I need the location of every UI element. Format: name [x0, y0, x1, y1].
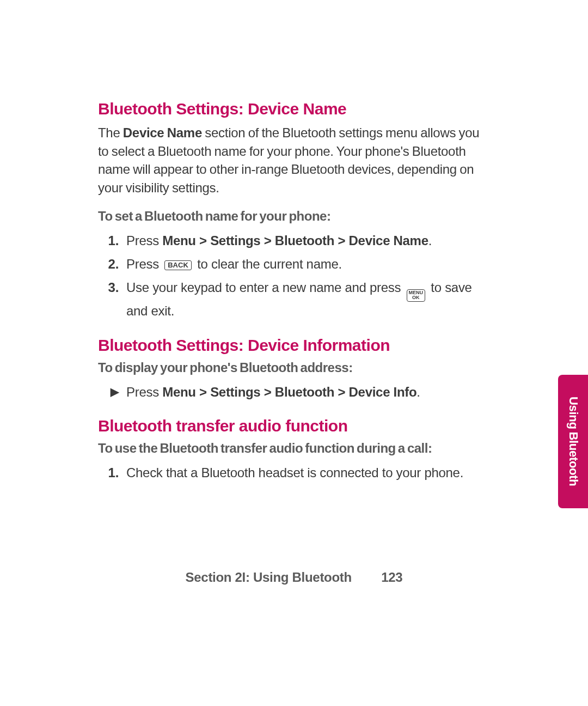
step-2-pre: Press	[126, 257, 162, 271]
steps-display-address: ▶ Press Menu > Settings > Bluetooth > De…	[98, 383, 490, 402]
audio-step-1-number: 1.	[98, 464, 126, 483]
bullet-device-info: ▶ Press Menu > Settings > Bluetooth > De…	[98, 383, 490, 402]
arrow-icon: ▶	[98, 383, 126, 400]
heading-device-name: Bluetooth Settings: Device Name	[98, 100, 490, 118]
step-1-path: Menu > Settings > Bluetooth > Device Nam…	[162, 233, 428, 248]
key-bot: OK	[412, 295, 420, 300]
step-1: 1. Press Menu > Settings > Bluetooth > D…	[98, 232, 490, 251]
step-2-post: to clear the current name.	[194, 257, 342, 271]
bullet-body: Press Menu > Settings > Bluetooth > Devi…	[126, 383, 490, 402]
bullet-post: .	[416, 385, 420, 399]
intro-paragraph: The Device Name section of the Bluetooth…	[98, 124, 490, 197]
section-device-info: Bluetooth Settings: Device Information T…	[98, 336, 490, 402]
step-1-post: .	[428, 233, 432, 248]
side-tab-label: Using Bluetooth	[566, 397, 580, 486]
side-tab: Using Bluetooth	[558, 375, 588, 508]
document-page: Bluetooth Settings: Device Name The Devi…	[0, 0, 588, 483]
footer-page-number: 123	[381, 570, 402, 585]
step-3: 3. Use your keypad to enter a new name a…	[98, 278, 490, 321]
menu-ok-key-icon: MENUOK	[407, 289, 426, 302]
step-3-pre: Use your keypad to enter a new name and …	[126, 280, 405, 295]
step-3-body: Use your keypad to enter a new name and …	[126, 278, 490, 321]
subhead-transfer-audio: To use the Bluetooth transfer audio func…	[98, 441, 490, 456]
section-device-name: Bluetooth Settings: Device Name The Devi…	[98, 100, 490, 321]
heading-transfer-audio: Bluetooth transfer audio function	[98, 417, 490, 435]
step-1-number: 1.	[98, 232, 126, 251]
bullet-pre: Press	[126, 385, 162, 399]
step-2-number: 2.	[98, 255, 126, 274]
audio-step-1: 1. Check that a Bluetooth headset is con…	[98, 464, 490, 483]
page-footer: Section 2I: Using Bluetooth 123	[0, 570, 588, 585]
section-transfer-audio: Bluetooth transfer audio function To use…	[98, 417, 490, 483]
step-1-body: Press Menu > Settings > Bluetooth > Devi…	[126, 232, 490, 251]
device-name-bold: Device Name	[123, 125, 202, 140]
intro-pre: The	[98, 125, 123, 140]
step-2: 2. Press BACK to clear the current name.	[98, 255, 490, 274]
step-1-pre: Press	[126, 233, 162, 248]
steps-transfer-audio: 1. Check that a Bluetooth headset is con…	[98, 464, 490, 483]
subhead-display-address: To display your phone's Bluetooth addres…	[98, 360, 490, 375]
steps-set-name: 1. Press Menu > Settings > Bluetooth > D…	[98, 232, 490, 320]
step-2-body: Press BACK to clear the current name.	[126, 255, 490, 274]
audio-step-1-body: Check that a Bluetooth headset is connec…	[126, 464, 490, 483]
heading-device-info: Bluetooth Settings: Device Information	[98, 336, 490, 355]
bullet-path: Menu > Settings > Bluetooth > Device Inf…	[162, 385, 416, 399]
subhead-set-name: To set a Bluetooth name for your phone:	[98, 209, 490, 224]
back-key-icon: BACK	[164, 260, 192, 270]
footer-section: Section 2I: Using Bluetooth	[186, 570, 352, 585]
step-3-number: 3.	[98, 278, 126, 297]
